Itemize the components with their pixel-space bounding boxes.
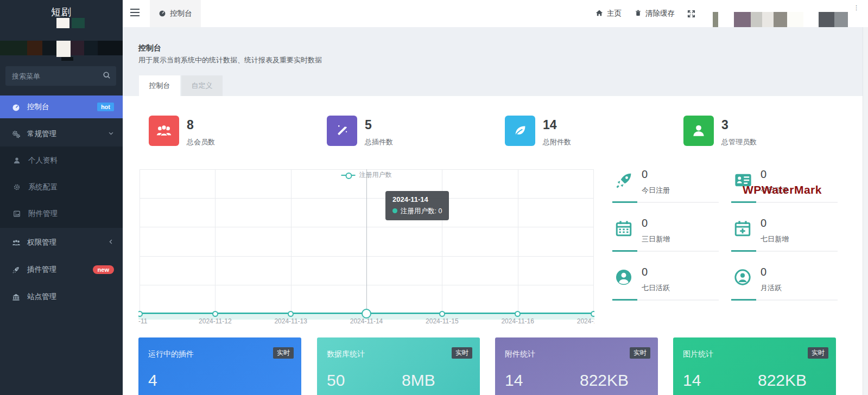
mini-stat-value: 0 [761, 266, 766, 278]
mini-stat-3day-new: 0 三日新增 [612, 217, 719, 255]
chevron-left-icon [108, 239, 114, 246]
bank-icon [12, 293, 21, 301]
menu-toggle-button[interactable] [130, 7, 144, 21]
sidebar-item-attachments[interactable]: 附件管理 [0, 202, 123, 225]
users-icon [149, 116, 179, 146]
tab-custom[interactable]: 自定义 [181, 75, 223, 96]
scrollbar[interactable] [863, 27, 868, 395]
stat-value: 8 [187, 118, 215, 132]
mini-stat-value: 0 [642, 266, 648, 278]
card-attachment-stats: 附件统计 实时 14 822KB [495, 337, 658, 395]
stat-admins: 3 总管理员数 [683, 116, 757, 147]
card-value: 8MB [402, 371, 435, 390]
card-title: 数据库统计 [327, 349, 365, 359]
magic-wand-icon [327, 116, 357, 146]
sidebar-item-label: 权限管理 [27, 238, 56, 247]
user-circle-outline-icon [733, 268, 752, 289]
mini-stat-underline [612, 251, 719, 252]
mosaic-block [27, 41, 42, 55]
calendar-icon [614, 219, 633, 240]
mini-stat-label: 七日活跃 [642, 283, 670, 293]
fullscreen-button[interactable] [687, 0, 695, 27]
mosaic-block [713, 12, 718, 28]
page-subtitle: 用于展示当前系统中的统计数据、统计报表及重要实时数据 [138, 55, 322, 65]
sidebar-item-config[interactable]: 系统配置 [0, 176, 123, 199]
new-badge: new [93, 265, 114, 274]
mosaic-block [819, 12, 834, 28]
legend-marker-icon [341, 175, 356, 176]
mosaic-block [56, 18, 69, 28]
mosaic-block [71, 41, 84, 55]
mini-stat-today-registered: 0 今日注册 [612, 168, 719, 206]
realtime-badge: 实时 [273, 347, 294, 359]
registrations-chart[interactable]: 11-112024-11-122024-11-132024-11-142024-… [138, 167, 594, 326]
sidebar-item-profile[interactable]: 个人资料 [0, 149, 123, 172]
stat-label: 总会员数 [187, 137, 215, 147]
chart-legend[interactable]: 注册用户数 [341, 170, 392, 180]
mini-stat-7day-new: 0 七日新增 [731, 217, 838, 255]
sidebar-item-sites[interactable]: 站点管理 [0, 285, 123, 308]
tab-console[interactable]: 控制台 [139, 75, 180, 96]
sidebar-item-dashboard[interactable]: 控制台 hot [0, 95, 123, 118]
search-input[interactable] [5, 66, 104, 86]
sidebar-item-label: 控制台 [27, 102, 49, 112]
calendar-plus-icon [733, 219, 752, 240]
stat-value: 3 [721, 118, 757, 132]
sidebar-item-general[interactable]: 常规管理 [0, 123, 123, 145]
sidebar-item-auth[interactable]: 权限管理 [0, 231, 123, 254]
mini-stat-label: 七日新增 [761, 234, 789, 244]
card-title: 附件统计 [505, 349, 535, 359]
navbar-tab-label: 控制台 [170, 9, 192, 18]
card-value: 822KB [758, 371, 807, 390]
mosaic-block [72, 18, 85, 28]
search-icon [103, 71, 111, 81]
sidebar-item-label: 附件管理 [28, 209, 58, 219]
sidebar-item-addons[interactable]: 插件管理 new [0, 258, 123, 281]
mosaic-block [787, 12, 803, 28]
tooltip-title: 2024-11-14 [392, 195, 442, 203]
home-label: 主页 [607, 9, 622, 18]
dashboard-icon [159, 9, 166, 18]
sidebar-item-label: 站点管理 [27, 292, 56, 302]
chevron-down-icon [108, 130, 114, 138]
clear-cache-button[interactable]: 清除缓存 [635, 0, 675, 27]
user-icon [683, 116, 714, 146]
trash-icon [635, 9, 642, 18]
rocket-icon [614, 170, 634, 192]
mosaic-block [834, 12, 848, 28]
clear-cache-label: 清除缓存 [645, 9, 675, 18]
card-image-stats: 图片统计 实时 14 822KB [673, 337, 836, 395]
watermark: WPWaterMark [743, 183, 822, 196]
users-icon [12, 239, 21, 247]
realtime-badge: 实时 [630, 347, 650, 359]
hot-badge: hot [97, 103, 114, 111]
stat-plugins: 5 总插件数 [327, 116, 393, 147]
card-running-plugins: 运行中的插件 实时 4 [138, 337, 301, 395]
home-icon [595, 9, 603, 18]
mini-stat-label: 月活跃 [761, 283, 782, 293]
mini-stat-label: 今日注册 [642, 186, 670, 195]
gears-icon [12, 130, 21, 138]
stat-label: 总管理员数 [721, 137, 757, 147]
realtime-badge: 实时 [808, 347, 828, 359]
logo-title: 短剧 [0, 5, 123, 18]
home-button[interactable]: 主页 [595, 0, 622, 27]
mosaic-block [751, 12, 762, 28]
navbar-tab-console[interactable]: 控制台 [150, 0, 201, 27]
card-value: 14 [683, 371, 701, 390]
top-navbar: 控制台 主页 清除缓存 ⋮ [123, 0, 868, 28]
mosaic-block [762, 12, 774, 28]
chart-plot-area[interactable]: 11-112024-11-122024-11-132024-11-142024-… [138, 167, 594, 326]
dashboard-page: 短剧 控制台 hot [0, 0, 868, 395]
mosaic-block [734, 12, 751, 28]
mini-stat-underline [612, 202, 719, 203]
sidebar-item-label: 插件管理 [27, 265, 56, 275]
dashboard-icon [12, 103, 21, 111]
mosaic-block [42, 41, 56, 55]
image-icon [13, 210, 22, 218]
overflow-dots[interactable]: ⋮ [853, 5, 859, 10]
mini-stat-underline [731, 300, 838, 301]
stat-label: 总附件数 [543, 137, 571, 147]
stat-value: 5 [365, 118, 393, 132]
legend-label: 注册用户数 [359, 170, 392, 180]
